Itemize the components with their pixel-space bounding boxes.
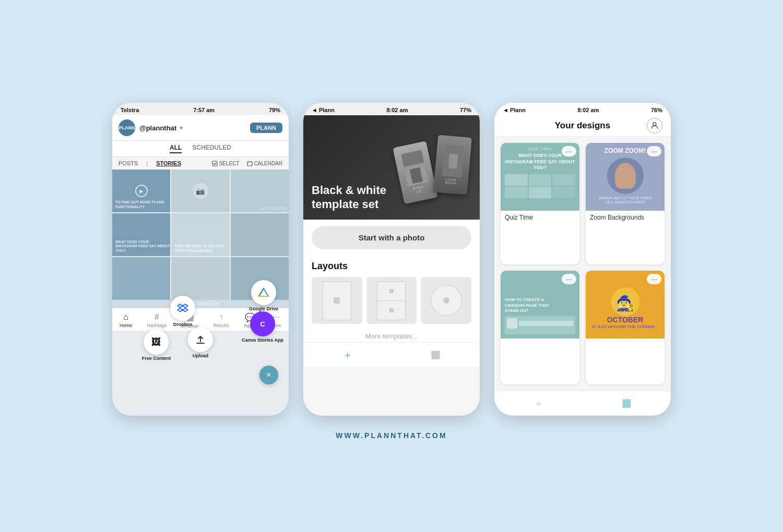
upload-item[interactable]: Upload	[188, 327, 213, 358]
phone3-nav-grid[interactable]: ▦	[622, 396, 632, 410]
phone2-nav-add[interactable]: ＋	[342, 348, 353, 362]
svg-rect-9	[389, 289, 394, 293]
canva-item[interactable]: C Canva Stories App	[242, 311, 283, 343]
svg-point-11	[443, 297, 449, 304]
screenshots-container: Telstra 7:57 am 79% PLANN @plannthat ▼ P…	[112, 103, 671, 416]
svg-marker-4	[259, 288, 268, 296]
hero-title: Black & white template set	[312, 184, 386, 211]
quiz-time-more-button[interactable]: ···	[562, 146, 576, 156]
start-with-photo-button[interactable]: Start with a photo	[312, 226, 471, 249]
subtab-posts[interactable]: POSTS	[118, 160, 138, 166]
close-icon: ×	[259, 366, 278, 384]
grid-cell-2: 📷	[171, 170, 229, 212]
svg-rect-0	[212, 161, 217, 166]
grid-cell-6	[231, 213, 289, 256]
layouts-title: Layouts	[312, 261, 471, 272]
phone3-header: Your designs	[494, 115, 671, 137]
plann-button[interactable]: PLANN	[250, 123, 282, 133]
grid-cell-5: THEY'RE SURE TO DELIGHT YOUR COLLEAGUES!	[171, 213, 229, 256]
select-icon[interactable]: SELECT	[212, 161, 240, 166]
phone1-username: @plannthat ▼	[139, 124, 184, 132]
phone1-header: PLANN @plannthat ▼ PLANN	[112, 115, 289, 141]
phone1-time: 7:57 am	[193, 107, 215, 113]
phone3-battery: 76%	[651, 107, 662, 113]
phone2-battery: 77%	[460, 107, 471, 113]
phone3-carrier: ◄ Plann	[503, 107, 526, 113]
design-card-october[interactable]: 🧙‍♀️ OCTOBER IS JUST AROUND THE CORNER..…	[586, 271, 665, 385]
zoom-label: Zoom Backgrounds	[586, 211, 665, 224]
phone-2: ◄ Plann 8:02 am 77% Black & white templa…	[303, 103, 480, 416]
svg-rect-8	[334, 297, 340, 304]
svg-rect-1	[247, 162, 252, 166]
more-templates-hint: More templates...	[312, 330, 471, 342]
phone-3: ◄ Plann 8:02 am 76% Your designs QUIZ TI…	[494, 103, 671, 416]
phone1-carrier: Telstra	[121, 107, 139, 113]
october-more-button[interactable]: ···	[647, 274, 661, 284]
design-card-october-image: 🧙‍♀️ OCTOBER IS JUST AROUND THE CORNER..…	[586, 271, 665, 338]
grid-cell-1: ▶ TO FIND OUT MORE PLANN FUNCTIONALITY	[112, 170, 170, 212]
design-card-linkedin[interactable]: HOW TO CREATE ALINKEDIN PAGE THATSTAND O…	[501, 271, 579, 385]
quiz-time-label: Quiz Time	[501, 211, 579, 224]
phone1-sub-tabs: POSTS | STORIES SELECT CALENDAR	[112, 157, 289, 170]
phone1-status-bar: Telstra 7:57 am 79%	[112, 103, 289, 115]
phone3-nav-add[interactable]: ＋	[533, 396, 544, 410]
phone3-status-bar: ◄ Plann 8:02 am 76%	[494, 103, 671, 115]
phone2-content: Start with a photo Layouts	[303, 220, 480, 342]
phone2-bottom-nav: ＋ ▦	[303, 342, 480, 367]
svg-point-12	[653, 123, 656, 126]
design-card-quiz-time[interactable]: QUIZ TIME! WHAT DOES YOUR INSTAGRAM FEED…	[501, 143, 579, 264]
strip-card-1: RINGLE	[393, 141, 437, 204]
user-profile-icon[interactable]	[647, 118, 662, 134]
tab-scheduled[interactable]: SCHEDULED	[192, 144, 231, 153]
design-card-linkedin-image: HOW TO CREATE ALINKEDIN PAGE THATSTAND O…	[501, 271, 579, 338]
tab-all[interactable]: ALL	[170, 144, 182, 153]
phone1-battery: 79%	[269, 107, 280, 113]
layout-circle[interactable]	[421, 277, 471, 324]
design-card-zoom[interactable]: ZOOM ZOOM! WANNA JAZZ UP YOUR VIDEOCALL …	[586, 143, 665, 264]
plann-avatar: PLANN	[118, 119, 135, 136]
close-button[interactable]: ×	[259, 366, 278, 384]
phone-1: Telstra 7:57 am 79% PLANN @plannthat ▼ P…	[112, 103, 289, 416]
designs-grid: QUIZ TIME! WHAT DOES YOUR INSTAGRAM FEED…	[494, 137, 671, 391]
design-card-zoom-image: ZOOM ZOOM! WANNA JAZZ UP YOUR VIDEOCALL …	[586, 143, 665, 211]
october-label	[586, 338, 665, 345]
google-drive-item[interactable]: Google Drive	[249, 280, 278, 311]
layout-split[interactable]	[366, 277, 417, 324]
linkedin-label	[501, 338, 579, 345]
phone2-time: 8:02 am	[386, 107, 408, 113]
phone2-nav-grid[interactable]: ▦	[431, 348, 441, 362]
strip-card-2: LOOKBOOK	[433, 135, 472, 195]
phone3-title: Your designs	[555, 120, 610, 131]
subtab-stories[interactable]: STORIES	[156, 160, 181, 166]
phone2-hero: Black & white template set RINGLE	[303, 115, 480, 220]
layouts-grid	[312, 277, 471, 330]
floating-menu-overlay: Google Drive Dropbox C Canva Stories App…	[112, 280, 289, 384]
play-icon: ▶	[135, 185, 148, 197]
grid-cell-4: WHAT DOES YOUR INSTAGRAM FEED SAY ABOUT …	[112, 213, 170, 256]
calendar-icon[interactable]: CALENDAR	[247, 161, 282, 166]
linkedin-more-button[interactable]: ···	[562, 274, 576, 284]
layout-single[interactable]	[312, 277, 362, 324]
hero-photo-strip: RINGLE LOOKBOOK	[397, 115, 469, 220]
website-url: WWW.PLANNTHAT.COM	[336, 431, 447, 440]
svg-line-5	[259, 288, 264, 296]
phone3-bottom-nav: ＋ ▦	[494, 391, 671, 416]
phone1-tabs: ALL SCHEDULED	[112, 141, 289, 157]
free-content-item[interactable]: 🖼 Free Content	[142, 330, 171, 361]
phone2-carrier: ◄ Plann	[312, 107, 335, 113]
svg-rect-10	[389, 308, 394, 312]
design-card-quiz-time-image: QUIZ TIME! WHAT DOES YOUR INSTAGRAM FEED…	[501, 143, 579, 211]
zoom-more-button[interactable]: ···	[647, 146, 661, 156]
phone2-status-bar: ◄ Plann 8:02 am 77%	[303, 103, 480, 115]
grid-cell-3: SO FULL HERE	[231, 170, 289, 212]
dropbox-item[interactable]: Dropbox	[170, 296, 195, 327]
phone3-time: 8:02 am	[577, 107, 599, 113]
